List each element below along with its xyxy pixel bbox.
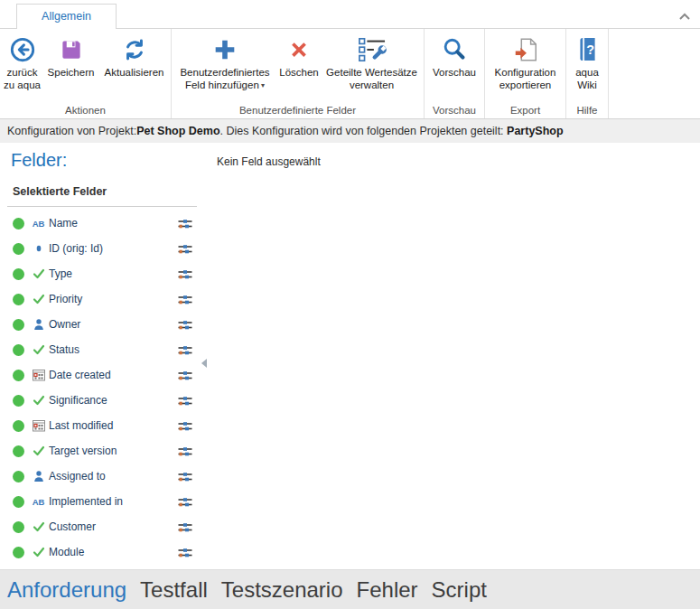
- field-options-sliders-icon[interactable]: [178, 243, 192, 255]
- info-prefix: Konfiguration von Projekt:: [7, 125, 136, 137]
- tab-allgemein[interactable]: Allgemein: [16, 4, 117, 29]
- empty-state-text: Kein Feld ausgewählt: [217, 155, 321, 168]
- field-type-choice-icon: [30, 293, 47, 305]
- field-label: Status: [47, 343, 178, 356]
- item-type-tab-script[interactable]: Script: [432, 577, 487, 603]
- refresh-icon: [122, 34, 147, 64]
- field-enabled-indicator[interactable]: [13, 243, 24, 255]
- field-rows: ABNameID (orig: Id)TypePriorityOwnerStat…: [7, 207, 197, 565]
- ribbon-group-hilfe: ?aqua WikiHilfe: [566, 29, 609, 118]
- selected-fields-panel: Selektierte Felder ABNameID (orig: Id)Ty…: [7, 183, 197, 565]
- field-options-sliders-icon[interactable]: [178, 319, 192, 331]
- field-options-sliders-icon[interactable]: [178, 344, 192, 356]
- field-type-user-icon: [30, 318, 47, 331]
- field-options-sliders-icon[interactable]: [178, 370, 192, 381]
- field-enabled-indicator[interactable]: [13, 344, 24, 356]
- geteilte-wertes-tze-verwalten-button[interactable]: Geteilte Wertesätze verwalten: [320, 32, 424, 94]
- field-row-module[interactable]: Module: [7, 539, 197, 565]
- ribbon-group-label: Benutzerdefinierte Felder: [172, 104, 424, 118]
- field-enabled-indicator[interactable]: [13, 496, 24, 508]
- field-options-sliders-icon[interactable]: [178, 268, 192, 280]
- field-options-sliders-icon[interactable]: [178, 496, 192, 508]
- field-enabled-indicator[interactable]: [13, 218, 24, 230]
- dropdown-caret-icon: ▾: [259, 81, 265, 89]
- project-info-bar: Konfiguration von Projekt:Pet Shop Demo.…: [0, 119, 700, 143]
- item-type-tab-testfall[interactable]: Testfall: [140, 577, 208, 603]
- field-row-assigned-to[interactable]: Assigned to: [7, 464, 197, 489]
- field-type-date-icon: [30, 369, 47, 381]
- field-enabled-indicator[interactable]: [13, 294, 24, 305]
- field-enabled-indicator[interactable]: [13, 395, 24, 407]
- aqua-wiki-button[interactable]: ?aqua Wiki: [568, 32, 606, 94]
- field-type-id-icon: [30, 242, 47, 255]
- ribbon-group-export: Konfiguration exportierenExport: [485, 29, 566, 118]
- field-label: Last modified: [47, 419, 178, 432]
- save-icon: [59, 34, 84, 64]
- field-label: Owner: [47, 318, 178, 331]
- field-row-owner[interactable]: Owner: [7, 312, 197, 337]
- button-label: aqua Wiki: [569, 66, 605, 91]
- ribbon-group-buttons: ?aqua Wiki: [566, 29, 608, 104]
- field-options-sliders-icon[interactable]: [178, 547, 192, 558]
- field-enabled-indicator[interactable]: [13, 420, 24, 432]
- field-row-last-modified[interactable]: Last modified: [7, 413, 197, 438]
- button-label: Vorschau: [433, 66, 476, 79]
- field-row-name[interactable]: ABName: [7, 211, 197, 236]
- ribbon-group-buttons: Vorschau: [425, 29, 484, 104]
- field-row-id-orig-id[interactable]: ID (orig: Id): [7, 236, 197, 261]
- field-enabled-indicator[interactable]: [13, 319, 24, 331]
- field-enabled-indicator[interactable]: [13, 370, 24, 381]
- wiki-icon: ?: [575, 34, 600, 64]
- field-row-customer[interactable]: Customer: [7, 514, 197, 539]
- item-type-tab-anforderung[interactable]: Anforderung: [7, 577, 126, 603]
- field-enabled-indicator[interactable]: [13, 547, 24, 558]
- field-options-sliders-icon[interactable]: [178, 521, 192, 533]
- field-options-sliders-icon[interactable]: [178, 471, 192, 483]
- field-options-sliders-icon[interactable]: [178, 445, 192, 457]
- field-row-implemented-in[interactable]: ABImplemented in: [7, 489, 197, 514]
- ribbon-group-label: Vorschau: [425, 104, 484, 118]
- field-type-choice-icon: [30, 343, 47, 356]
- field-label: Assigned to: [47, 470, 178, 483]
- ribbon: Allgemein zurück zu aquaSpeichernAktuali…: [0, 0, 700, 119]
- svg-text:AB: AB: [33, 497, 45, 507]
- field-row-date-created[interactable]: Date created: [7, 362, 197, 388]
- vorschau-button[interactable]: Vorschau: [426, 32, 482, 81]
- field-options-sliders-icon[interactable]: [178, 218, 192, 230]
- field-enabled-indicator[interactable]: [13, 521, 24, 533]
- field-options-sliders-icon[interactable]: [178, 420, 192, 432]
- field-type-text-icon: AB: [30, 217, 47, 230]
- l-schen-button[interactable]: Löschen: [278, 32, 320, 81]
- konfiguration-exportieren-button[interactable]: Konfiguration exportieren: [488, 32, 564, 94]
- back-icon: [9, 34, 36, 64]
- main-content: Felder: Kein Feld ausgewählt Selektierte…: [0, 143, 700, 569]
- field-type-date-icon: [30, 419, 47, 432]
- field-label: Target version: [47, 445, 178, 457]
- button-label: Aktualisieren: [105, 66, 164, 79]
- field-type-choice-icon: [30, 394, 47, 407]
- project-name: Pet Shop Demo: [136, 125, 219, 137]
- field-options-sliders-icon[interactable]: [178, 395, 192, 407]
- field-type-user-icon: [30, 470, 47, 483]
- field-row-priority[interactable]: Priority: [7, 286, 197, 312]
- field-row-target-version[interactable]: Target version: [7, 438, 197, 464]
- field-row-status[interactable]: Status: [7, 337, 197, 362]
- benutzerdefiniertes-feld-hinzuf-gen-button[interactable]: Benutzerdefiniertes Feld hinzufügen ▾: [172, 32, 278, 95]
- aktualisieren-button[interactable]: Aktualisieren: [98, 32, 171, 81]
- field-type-choice-icon: [30, 520, 47, 533]
- field-enabled-indicator[interactable]: [13, 445, 24, 457]
- field-enabled-indicator[interactable]: [13, 471, 24, 483]
- speichern-button[interactable]: Speichern: [44, 32, 98, 81]
- ribbon-groups: zurück zu aquaSpeichernAktualisierenAkti…: [0, 28, 700, 118]
- panel-collapse-arrow-icon[interactable]: [201, 356, 208, 372]
- field-row-significance[interactable]: Significance: [7, 388, 197, 413]
- zur-ck-zu-aqua-button[interactable]: zurück zu aqua: [1, 32, 44, 94]
- field-row-type[interactable]: Type: [7, 261, 197, 286]
- ribbon-collapse-icon[interactable]: [678, 8, 691, 24]
- field-options-sliders-icon[interactable]: [178, 294, 192, 305]
- item-type-tab-testszenario[interactable]: Testszenario: [221, 577, 343, 603]
- field-label: Type: [47, 267, 178, 280]
- item-type-tab-fehler[interactable]: Fehler: [357, 577, 418, 603]
- preview-icon: [441, 34, 468, 64]
- field-enabled-indicator[interactable]: [13, 268, 24, 280]
